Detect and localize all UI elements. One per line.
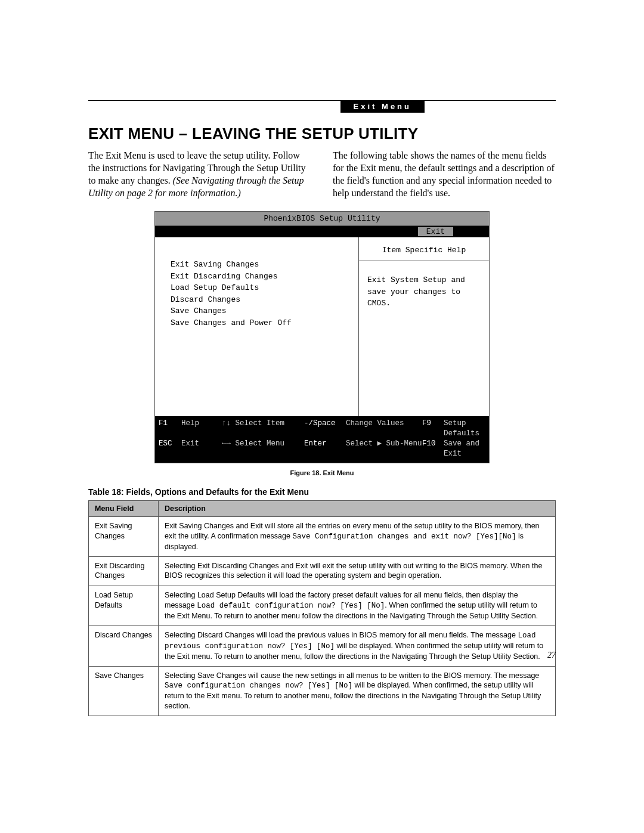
bios-help-body: Exit System Setup and save your changes … — [359, 261, 489, 315]
th-menu-field: Menu Field — [89, 500, 159, 516]
table-row: Load Setup Defaults Selecting Load Setup… — [89, 586, 556, 626]
bios-tabbar: Exit — [155, 226, 489, 237]
cell-description: Selecting Load Setup Defaults will load … — [159, 586, 556, 626]
cell-menu-field: Load Setup Defaults — [89, 586, 159, 626]
table-row: Exit Discarding Changes Selecting Exit D… — [89, 556, 556, 586]
intro-left: The Exit Menu is used to leave the setup… — [88, 149, 311, 199]
fields-table: Menu Field Description Exit Saving Chang… — [88, 500, 556, 716]
bios-menu-item: Load Setup Defaults — [171, 282, 352, 294]
label-change-values: Change Values — [346, 419, 422, 439]
label-select-item: Select Item — [236, 419, 285, 428]
page-number: 27 — [547, 651, 556, 660]
page-title: EXIT MENU – LEAVING THE SETUP UTILITY — [88, 125, 556, 143]
key-esc: ESC — [159, 439, 181, 459]
header-tab: Exit Menu — [340, 100, 425, 113]
table-caption: Table 18: Fields, Options and Defaults f… — [88, 487, 556, 497]
cell-menu-field: Discard Changes — [89, 625, 159, 666]
cell-description: Selecting Exit Discarding Changes and Ex… — [159, 556, 556, 586]
bios-titlebar: PhoenixBIOS Setup Utility — [155, 212, 489, 226]
bios-menu-item: Exit Saving Changes — [171, 259, 352, 271]
cell-description: Exit Saving Changes and Exit will store … — [159, 516, 556, 556]
label-save-exit: Save and Exit — [444, 439, 485, 459]
arrows-updown-icon: ↑↓ — [222, 419, 231, 428]
arrows-leftright-icon: ←→ — [222, 439, 231, 448]
label-select-submenu: Select ▶ Sub-Menu — [346, 439, 422, 459]
bios-menu-list: Exit Saving Changes Exit Discarding Chan… — [155, 237, 358, 416]
bios-tab-exit: Exit — [418, 227, 453, 236]
bios-menu-item: Exit Discarding Changes — [171, 271, 352, 283]
bios-menu-item: Discard Changes — [171, 294, 352, 306]
cell-menu-field: Exit Discarding Changes — [89, 556, 159, 586]
cell-description: Selecting Save Changes will cause the ne… — [159, 666, 556, 716]
cell-menu-field: Exit Saving Changes — [89, 516, 159, 556]
label-help: Help — [181, 419, 222, 439]
cell-menu-field: Save Changes — [89, 666, 159, 716]
th-description: Description — [159, 500, 556, 516]
cell-description: Selecting Discard Changes will load the … — [159, 625, 556, 666]
figure-caption: Figure 18. Exit Menu — [88, 469, 556, 476]
bios-menu-item: Save Changes — [171, 305, 352, 317]
label-setup-defaults: Setup Defaults — [444, 419, 485, 439]
header-rule: Exit Menu — [88, 100, 556, 101]
intro-right: The following table shows the names of t… — [333, 149, 556, 199]
label-select-menu: Select Menu — [236, 439, 285, 448]
bios-screenshot: PhoenixBIOS Setup Utility Exit Exit Savi… — [154, 211, 490, 463]
intro-columns: The Exit Menu is used to leave the setup… — [88, 149, 556, 199]
table-row: Discard Changes Selecting Discard Change… — [89, 625, 556, 666]
table-row: Exit Saving Changes Exit Saving Changes … — [89, 516, 556, 556]
key-f1: F1 — [159, 419, 181, 439]
key-enter: Enter — [304, 439, 346, 459]
bios-help-title: Item Specific Help — [359, 237, 489, 261]
label-exit: Exit — [181, 439, 222, 459]
key-space: -/Space — [304, 419, 346, 439]
table-row: Save Changes Selecting Save Changes will… — [89, 666, 556, 716]
bios-footer: F1 Help ↑↓ Select Item -/Space Change Va… — [155, 416, 489, 463]
key-f10: F10 — [422, 439, 444, 459]
key-f9: F9 — [422, 419, 444, 439]
bios-menu-item: Save Changes and Power Off — [171, 317, 352, 329]
